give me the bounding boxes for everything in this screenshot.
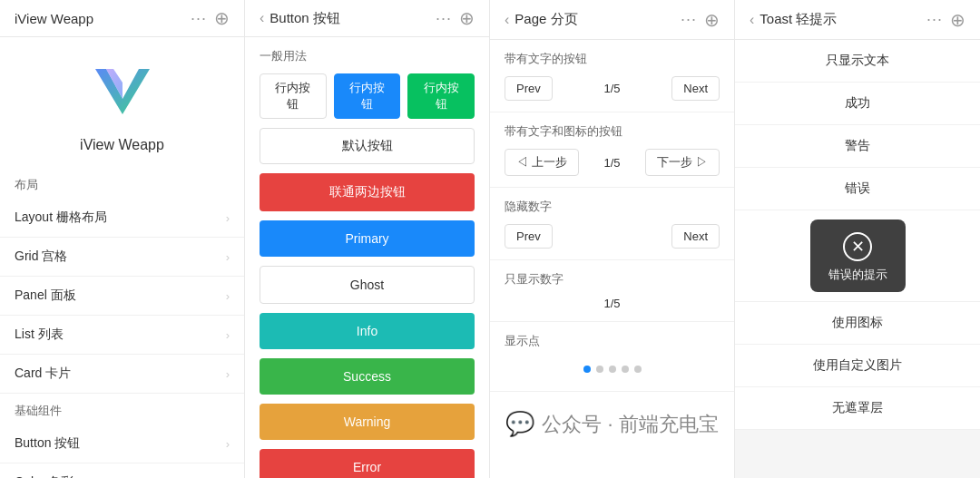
sidebar-label-card: Card 卡片	[15, 366, 71, 382]
next-btn-1[interactable]: Next	[671, 76, 720, 101]
page-dot-section: 显示点	[490, 322, 734, 392]
next-icon-btn[interactable]: 下一步 ▷	[645, 149, 720, 176]
full-primary-btn[interactable]: Primary	[260, 220, 475, 257]
toast-header: ‹ Toast 轻提示 ··· ⊕	[735, 0, 980, 40]
button-header-icons: ··· ⊕	[436, 7, 475, 29]
sidebar-item-color[interactable]: Color 色彩 ›	[0, 463, 244, 478]
button-header: ‹ Button 按钮 ··· ⊕	[245, 0, 489, 37]
chevron-right-icon: ›	[226, 437, 230, 451]
more-icon[interactable]: ···	[436, 9, 452, 28]
wechat-icon: 💬	[505, 410, 534, 438]
toast-close-icon[interactable]: ✕	[843, 232, 872, 261]
page-panel: ‹ Page 分页 ··· ⊕ 带有文字的按钮 Prev 1/5 Next 带有…	[490, 0, 735, 478]
toast-item-nomask[interactable]: 无遮罩层	[735, 387, 980, 430]
sidebar-item-panel[interactable]: Panel 面板 ›	[0, 277, 244, 316]
dots-row	[505, 358, 720, 380]
sidebar-item-button[interactable]: Button 按钮 ›	[0, 424, 244, 463]
dot-3	[609, 366, 616, 373]
general-section-title: 一般用法	[260, 48, 475, 64]
sidebar-item-layout[interactable]: Layout 栅格布局 ›	[0, 199, 244, 238]
toast-item-warning[interactable]: 警告	[735, 125, 980, 168]
sidebar-label-layout: Layout 栅格布局	[15, 210, 107, 226]
close-x: ✕	[851, 237, 865, 257]
sidebar-header-icons: ··· ⊕	[191, 7, 230, 29]
page-text-title: 带有文字的按钮	[505, 51, 720, 67]
layout-section-label: 布局	[0, 168, 244, 199]
back-arrow-icon[interactable]: ‹	[750, 12, 754, 28]
back-arrow-icon[interactable]: ‹	[260, 10, 264, 26]
more-icon[interactable]: ···	[926, 10, 943, 29]
watermark-text: 公众号 · 前端充电宝	[542, 411, 718, 438]
toast-item-custom[interactable]: 使用自定义图片	[735, 345, 980, 387]
button-panel: ‹ Button 按钮 ··· ⊕ 一般用法 行内按钮 行内按钮 行内按钮 默认…	[245, 0, 490, 478]
page-header-icons: ··· ⊕	[681, 9, 720, 31]
page-number-section: 只显示数字 1/5	[490, 260, 734, 322]
inline-btn-green[interactable]: 行内按钮	[407, 73, 475, 119]
toast-item-success[interactable]: 成功	[735, 83, 980, 125]
pagination-row-1: Prev 1/5 Next	[505, 76, 720, 101]
plus-circle-icon[interactable]: ⊕	[704, 9, 720, 31]
chevron-right-icon: ›	[226, 367, 230, 381]
full-ghost-btn[interactable]: Ghost	[260, 266, 475, 304]
inline-btn-blue[interactable]: 行内按钮	[334, 73, 401, 119]
button-content: 一般用法 行内按钮 行内按钮 行内按钮 默认按钮 联通两边按钮 Primary …	[245, 37, 489, 478]
logo-area: iView Weapp	[0, 37, 244, 168]
next-btn-2[interactable]: Next	[671, 224, 720, 249]
prev-btn-2[interactable]: Prev	[505, 224, 553, 249]
toast-popup-container: ✕ 错误的提示	[735, 210, 980, 302]
toast-popup-label: 错误的提示	[828, 267, 887, 283]
sidebar-label-panel: Panel 面板	[15, 288, 76, 304]
page-count-2: 1/5	[584, 156, 641, 170]
page-hidden-title: 隐藏数字	[505, 199, 720, 215]
plus-circle-icon[interactable]: ⊕	[459, 7, 475, 29]
toast-item-error[interactable]: 错误	[735, 168, 980, 210]
sidebar-label-button: Button 按钮	[15, 435, 80, 452]
page-count-3: 1/5	[505, 297, 720, 310]
button-header-nav: ‹ Button 按钮	[260, 10, 340, 27]
inline-btn-row: 行内按钮 行内按钮 行内按钮	[260, 73, 475, 119]
full-success-btn[interactable]: Success	[260, 358, 475, 395]
chevron-right-icon: ›	[226, 328, 230, 342]
sidebar-title: iView Weapp	[15, 11, 93, 26]
full-danger-btn[interactable]: 联通两边按钮	[260, 173, 475, 211]
page-header-nav: ‹ Page 分页	[505, 11, 578, 28]
toast-header-nav: ‹ Toast 轻提示	[750, 11, 837, 28]
page-header: ‹ Page 分页 ··· ⊕	[490, 0, 734, 40]
back-arrow-icon[interactable]: ‹	[505, 12, 509, 28]
sidebar-item-list[interactable]: List 列表 ›	[0, 316, 244, 355]
chevron-right-icon: ›	[226, 289, 230, 303]
sidebar-label-grid: Grid 宫格	[15, 249, 67, 265]
sidebar-panel: iView Weapp ··· ⊕ iView Weapp 布局	[0, 0, 245, 478]
full-info-btn[interactable]: Info	[260, 313, 475, 349]
more-icon[interactable]: ···	[681, 10, 697, 29]
full-warning-btn[interactable]: Warning	[260, 404, 475, 440]
page-dot-title: 显示点	[505, 333, 720, 349]
full-error-btn[interactable]: Error	[260, 449, 475, 478]
dot-2	[596, 366, 603, 373]
more-icon[interactable]: ···	[191, 9, 207, 28]
sidebar-label-color: Color 色彩	[15, 474, 74, 478]
toast-popup: ✕ 错误的提示	[810, 219, 906, 292]
page-icon-section: 带有文字和图标的按钮 ◁ 上一步 1/5 下一步 ▷	[490, 112, 734, 188]
dot-1	[583, 366, 591, 373]
inline-btn-default[interactable]: 行内按钮	[260, 73, 327, 119]
sidebar-header: iView Weapp ··· ⊕	[0, 0, 244, 37]
toast-item-icon[interactable]: 使用图标	[735, 302, 980, 345]
plus-circle-icon[interactable]: ⊕	[950, 9, 965, 31]
sidebar-item-grid[interactable]: Grid 宫格 ›	[0, 238, 244, 277]
prev-icon-btn[interactable]: ◁ 上一步	[505, 149, 579, 176]
pagination-row-2: ◁ 上一步 1/5 下一步 ▷	[505, 149, 720, 176]
page-hidden-section: 隐藏数字 Prev Next	[490, 188, 734, 260]
plus-circle-icon[interactable]: ⊕	[214, 7, 230, 29]
watermark: 💬 公众号 · 前端充电宝	[490, 392, 734, 456]
button-title: Button 按钮	[270, 10, 340, 27]
default-btn[interactable]: 默认按钮	[260, 128, 475, 164]
pagination-row-3: Prev Next	[505, 224, 720, 249]
toast-title: Toast 轻提示	[760, 11, 837, 28]
page-title: Page 分页	[514, 11, 577, 28]
prev-btn-1[interactable]: Prev	[505, 76, 553, 101]
sidebar-item-card[interactable]: Card 卡片 ›	[0, 355, 244, 394]
pagination-row-4: 1/5	[505, 297, 720, 310]
toast-item-text[interactable]: 只显示文本	[735, 40, 980, 83]
page-text-section: 带有文字的按钮 Prev 1/5 Next	[490, 40, 734, 112]
